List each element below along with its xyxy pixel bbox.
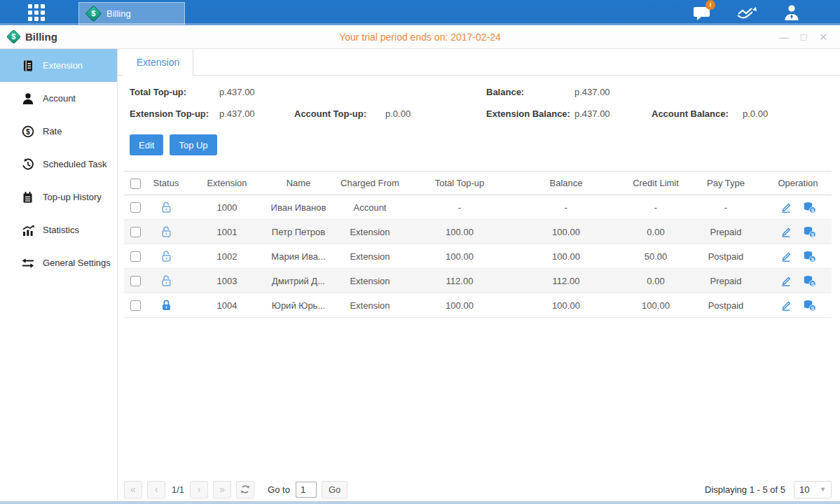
sidebar-item-label: Top-up History	[43, 192, 102, 202]
edit-row-icon[interactable]	[780, 300, 792, 311]
edit-row-icon[interactable]	[780, 275, 792, 286]
sidebar-item-rate[interactable]: $ Rate	[0, 115, 117, 148]
messages-icon[interactable]: !	[690, 4, 714, 21]
sidebar-item-topup-history[interactable]: Top-up History	[0, 181, 117, 214]
topup-row-icon[interactable]: $	[803, 226, 816, 238]
prev-page-button[interactable]: ‹	[147, 481, 165, 498]
account-topup-label: Account Top-up:	[294, 108, 385, 119]
billing-dollar-icon-small: $	[6, 29, 21, 44]
sidebar-item-scheduled-task[interactable]: Scheduled Task	[0, 148, 117, 181]
row-checkbox[interactable]	[130, 251, 141, 262]
sidebar: Extension Account $ Rate Scheduled Task	[0, 49, 118, 503]
row-checkbox[interactable]	[130, 276, 141, 286]
account-balance-value: p.0.00	[743, 108, 840, 119]
main-content: Extension Total Top-up: p.437.00 Balance…	[118, 49, 840, 503]
balance-summary: Total Top-up: p.437.00 Balance: p.437.00…	[118, 81, 840, 125]
edit-row-icon[interactable]	[780, 226, 792, 237]
sidebar-item-account[interactable]: Account	[0, 82, 117, 115]
billing-app-window: $ Billing !	[0, 0, 840, 504]
trial-period-notice: Your trial period ends on: 2017-02-24	[0, 31, 840, 43]
pay-type-cell: Postpaid	[687, 293, 764, 318]
topup-row-icon[interactable]: $	[803, 275, 816, 287]
name-cell: Иван Иванов	[268, 195, 329, 220]
account-topup-value: p.0.00	[385, 108, 486, 119]
col-total-topup: Total Top-up	[411, 172, 508, 195]
sidebar-item-label: Rate	[43, 126, 62, 136]
account-balance-label: Account Balance:	[652, 108, 743, 119]
topup-row-icon[interactable]: $	[803, 300, 816, 312]
unlock-icon	[160, 201, 172, 211]
credit-limit-cell: 50.00	[624, 244, 687, 269]
taskbar-tab-billing[interactable]: $ Billing	[78, 2, 185, 24]
row-checkbox[interactable]	[130, 227, 141, 237]
sidebar-item-extension[interactable]: Extension	[0, 49, 117, 82]
svg-text:$: $	[26, 127, 30, 135]
displaying-info: Displaying 1 - 5 of 5	[705, 484, 785, 495]
taskbar-right-icons: !	[690, 4, 804, 21]
window-title: Billing	[25, 31, 57, 43]
user-account-icon[interactable]	[780, 4, 804, 21]
tab-extension[interactable]: Extension	[123, 49, 193, 76]
edit-button[interactable]: Edit	[130, 134, 163, 155]
pay-type-cell: -	[687, 195, 764, 220]
edit-row-icon[interactable]	[780, 251, 792, 262]
scheduled-task-icon	[21, 158, 34, 171]
page-size-select[interactable]: 10 ▼	[794, 481, 832, 498]
total-topup-cell: 112.00	[411, 269, 508, 293]
statistics-icon	[21, 224, 34, 237]
resource-monitor-icon[interactable]	[735, 4, 759, 21]
lock-icon	[160, 299, 172, 309]
table-header-row: Status Extension Name Charged From Total…	[124, 172, 832, 195]
next-page-button[interactable]: ›	[190, 481, 208, 498]
rate-icon: $	[21, 125, 34, 138]
pagination-bar: « ‹ 1/1 › » Go to Go Displaying	[124, 479, 832, 499]
refresh-button[interactable]	[236, 481, 254, 498]
sidebar-item-label: Scheduled Task	[43, 159, 107, 169]
goto-page-input[interactable]	[296, 482, 317, 498]
charged-from-cell: Extension	[329, 220, 411, 244]
operation-cell: $	[764, 202, 832, 214]
sidebar-item-general-settings[interactable]: General Settings	[0, 246, 117, 279]
topup-row-icon[interactable]: $	[803, 251, 816, 262]
minimize-button[interactable]: —	[778, 32, 790, 42]
total-topup-cell: -	[411, 195, 508, 220]
row-checkbox[interactable]	[130, 202, 141, 213]
unlock-icon	[160, 225, 172, 236]
first-page-button[interactable]: «	[124, 481, 142, 498]
close-button[interactable]: ✕	[818, 32, 829, 42]
total-topup-label: Total Top-up:	[130, 87, 219, 97]
billing-dollar-icon: $	[85, 5, 102, 22]
maximize-button[interactable]: □	[798, 32, 809, 42]
extension-icon	[21, 59, 34, 72]
topup-row-icon[interactable]: $	[803, 202, 816, 214]
col-operation: Operation	[764, 172, 832, 195]
col-extension: Extension	[186, 172, 268, 195]
account-icon	[21, 92, 34, 105]
balance-cell: 100.00	[508, 244, 624, 269]
table-row: 1003Дмитрий Д...Extension112.00112.000.0…	[124, 269, 832, 293]
action-buttons: Edit Top Up	[130, 134, 840, 155]
last-page-button[interactable]: »	[213, 481, 231, 498]
window-bottom-edge	[0, 501, 840, 504]
row-checkbox[interactable]	[130, 300, 141, 311]
app-launcher-icon[interactable]	[28, 4, 45, 21]
balance-cell: 112.00	[508, 269, 624, 293]
page-info: 1/1	[172, 484, 184, 495]
total-topup-cell: 100.00	[411, 220, 508, 244]
goto-label: Go to	[268, 484, 290, 495]
go-button[interactable]: Go	[322, 481, 347, 498]
extension-cell: 1002	[186, 244, 268, 269]
select-all-checkbox[interactable]	[130, 178, 141, 189]
charged-from-cell: Extension	[329, 293, 411, 318]
sidebar-item-statistics[interactable]: Statistics	[0, 214, 117, 246]
col-status: Status	[146, 172, 186, 195]
extension-cell: 1001	[186, 220, 268, 244]
general-settings-icon	[21, 258, 34, 269]
unlock-icon	[160, 250, 172, 260]
top-up-button[interactable]: Top Up	[170, 134, 216, 155]
charged-from-cell: Extension	[329, 269, 411, 293]
sidebar-item-label: General Settings	[43, 258, 111, 268]
extension-table: Status Extension Name Charged From Total…	[124, 171, 832, 318]
balance-cell: 100.00	[508, 220, 624, 244]
edit-row-icon[interactable]	[780, 202, 792, 213]
